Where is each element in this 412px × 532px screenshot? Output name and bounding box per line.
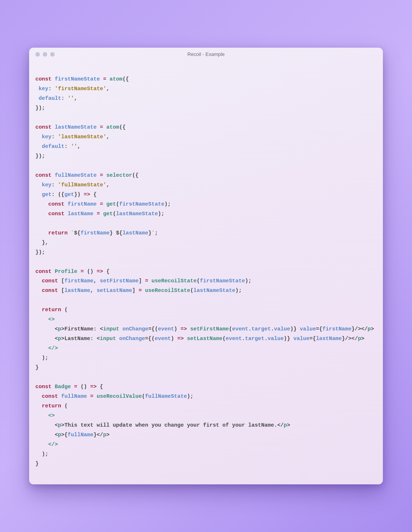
pn: ( (113, 211, 116, 217)
op: = (97, 172, 106, 178)
identifier: firstName (323, 326, 352, 332)
prop: default (39, 95, 61, 101)
op: = (87, 393, 97, 399)
pn: () (87, 268, 93, 275)
identifier: lastName (122, 230, 148, 236)
pn: , (106, 86, 109, 92)
pn: . (242, 336, 245, 342)
tmpl: ` (152, 230, 155, 236)
pn: () (81, 384, 87, 390)
pn: </ (277, 422, 284, 428)
component: Profile (55, 268, 77, 275)
fn: atom (109, 76, 122, 82)
pn: ( (152, 336, 155, 342)
identifier: fullNameState (55, 172, 97, 178)
pn: }); (35, 105, 45, 111)
op: = (93, 211, 103, 217)
pn: } (342, 336, 345, 342)
pn: ); (158, 211, 164, 217)
fn: get (103, 211, 113, 217)
pn: ); (235, 287, 242, 294)
string: '' (68, 95, 74, 101)
close-icon[interactable] (35, 52, 40, 57)
pn: > (61, 432, 64, 438)
fn: setFirstName (190, 326, 229, 332)
identifier: lastName (316, 336, 342, 342)
tlit: ${ (116, 230, 122, 236)
pn: > (361, 336, 364, 342)
pn: ); (187, 393, 194, 399)
fn: get (106, 201, 116, 207)
pn: > (371, 326, 374, 332)
pn: }, (42, 240, 48, 246)
tlit: ${ (74, 230, 81, 236)
pn: ({ (58, 191, 65, 198)
pn: < (55, 422, 58, 428)
pn: : (65, 143, 71, 150)
identifier: lastNameState (55, 124, 97, 130)
identifier: event (155, 336, 171, 342)
pn: ); (42, 355, 48, 361)
pn: }); (35, 153, 45, 159)
identifier: firstNameState (119, 201, 165, 207)
pn: ) (171, 336, 174, 342)
pn: ( (155, 326, 158, 332)
pn: ( (142, 393, 145, 399)
pn: ({ (119, 124, 126, 130)
identifier: event (158, 326, 174, 332)
pn: , (106, 134, 109, 140)
zoom-icon[interactable] (50, 52, 55, 57)
identifier: lastNameState (194, 287, 235, 294)
pn: . (265, 336, 268, 342)
jsx-attr: onChange (122, 326, 148, 332)
minimize-icon[interactable] (43, 52, 47, 57)
prop: key (39, 86, 48, 92)
keyword: const (42, 287, 58, 294)
identifier: firstName (65, 278, 94, 284)
pn: } (287, 336, 290, 342)
identifier: value (268, 336, 284, 342)
pn: ) (174, 326, 177, 332)
pn: ( (190, 287, 193, 294)
identifier: fullName (61, 393, 87, 399)
pn: , (106, 182, 109, 188)
pn: ); (42, 451, 48, 457)
keyword: const (35, 124, 51, 130)
keyword: const (42, 393, 58, 399)
pn: ( (116, 201, 119, 207)
pn: [ (61, 287, 64, 294)
fn: selector (106, 172, 132, 178)
fn: useRecoilValue (97, 393, 142, 399)
pn: , (93, 278, 100, 284)
keyword: const (48, 211, 65, 217)
op: => (81, 191, 94, 198)
pn: , (90, 287, 97, 294)
identifier: fullName (68, 432, 93, 438)
keyword: const (35, 172, 51, 178)
jsx-text: FirstName: (65, 326, 100, 332)
pn: < (55, 432, 58, 438)
jsx-frag: </> (48, 345, 58, 351)
pn: ); (245, 278, 251, 284)
jsx-tag: input (100, 336, 116, 342)
keyword: return (42, 307, 61, 313)
pn: /> (345, 336, 352, 342)
fn: useRecoilState (145, 287, 190, 294)
pn: ( (229, 326, 232, 332)
tlit: } (109, 230, 113, 236)
prop: key (42, 182, 51, 188)
pn: ] (132, 287, 135, 294)
pn: ={ (309, 336, 316, 342)
jsx-attr: value (293, 336, 309, 342)
pn: ( (65, 307, 68, 313)
prop: key (42, 134, 51, 140)
pn: > (61, 336, 64, 342)
pn: ( (65, 403, 68, 409)
identifier: firstNameState (200, 278, 245, 284)
identifier: lastNameState (116, 211, 158, 217)
keyword: const (35, 76, 51, 82)
pn: ={ (145, 336, 152, 342)
tmpl (113, 230, 116, 236)
pn: } (293, 326, 296, 332)
jsx-frag: <> (48, 413, 55, 418)
